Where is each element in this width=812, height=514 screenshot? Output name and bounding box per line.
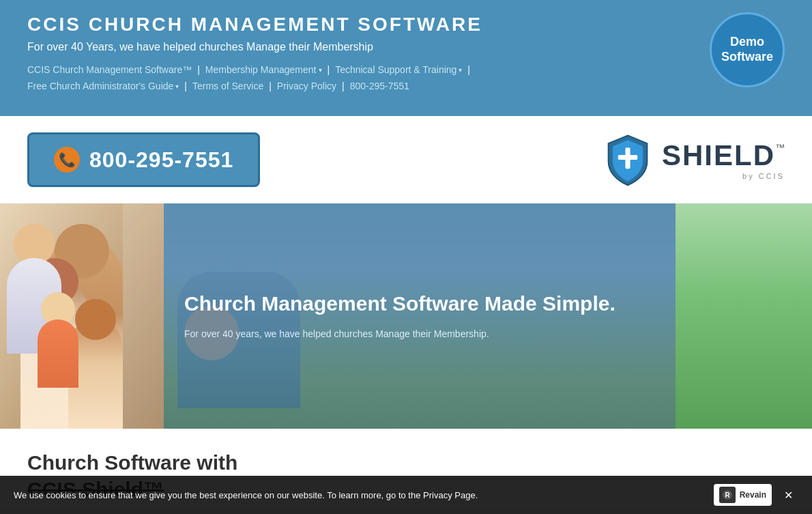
cookie-close-button[interactable]: ✕ xyxy=(779,487,798,503)
site-title: CCIS CHURCH MANAGEMENT SOFTWARE xyxy=(27,14,785,35)
chevron-down-icon: ▾ xyxy=(319,66,322,74)
shield-byline: by CCIS xyxy=(662,172,785,180)
shield-trademark: ™ xyxy=(775,142,785,153)
nav-membership-dropdown[interactable]: Membership Management ▾ xyxy=(205,64,322,75)
hero-banner: Church Management Software Made Simple. … xyxy=(0,203,812,429)
shield-icon xyxy=(600,132,655,187)
nav-ccis-link[interactable]: CCIS Church Management Software™ xyxy=(27,64,192,75)
svg-rect-1 xyxy=(618,155,637,160)
nav-row-1: CCIS Church Management Software™ | Membe… xyxy=(27,64,785,75)
nav-phone-link[interactable]: 800-295-7551 xyxy=(350,81,409,91)
phone-number: 800-295-7551 xyxy=(89,147,233,173)
cookie-bar: We use cookies to ensure that we give yo… xyxy=(0,476,812,509)
nav-guide-dropdown[interactable]: Free Church Administrator's Guide ▾ xyxy=(27,81,179,91)
shield-title: SHIELD xyxy=(662,139,775,172)
hero-right-photo xyxy=(676,203,812,429)
revain-icon: R xyxy=(719,487,736,503)
cookie-text: We use cookies to ensure that we give yo… xyxy=(14,490,700,500)
revain-label: Revain xyxy=(740,490,766,500)
site-header: CCIS CHURCH MANAGEMENT SOFTWARE For over… xyxy=(0,0,812,116)
hero-overlay: Church Management Software Made Simple. … xyxy=(164,203,676,429)
phone-icon: 📞 xyxy=(54,147,80,173)
nav-row-2: Free Church Administrator's Guide ▾ | Te… xyxy=(27,81,785,91)
nav-terms-link[interactable]: Terms of Service xyxy=(192,81,263,91)
main-content: 📞 800-295-7551 SHIELD ™ by CCIS xyxy=(0,116,812,509)
hero-headline: Church Management Software Made Simple. xyxy=(184,291,655,316)
svg-text:R: R xyxy=(725,491,730,499)
chevron-down-icon: ▾ xyxy=(459,66,462,74)
nav-privacy-link[interactable]: Privacy Policy xyxy=(277,81,336,91)
shield-logo: SHIELD ™ by CCIS xyxy=(600,132,785,187)
hero-center-photo: Church Management Software Made Simple. … xyxy=(164,203,676,429)
site-subtitle: For over 40 Years, we have helped church… xyxy=(27,41,785,53)
demo-software-button[interactable]: Demo Software xyxy=(710,12,785,87)
nav-support-dropdown[interactable]: Technical Support & Training ▾ xyxy=(335,64,462,75)
chevron-down-icon: ▾ xyxy=(175,83,179,90)
revain-badge: R Revain xyxy=(714,484,772,506)
phone-button[interactable]: 📞 800-295-7551 xyxy=(27,132,260,187)
hero-subtext: For over 40 years, we have helped church… xyxy=(184,327,655,341)
bottom-title-line1: Church Software with xyxy=(27,449,785,476)
hero-top-row: 📞 800-295-7551 SHIELD ™ by CCIS xyxy=(0,116,812,203)
